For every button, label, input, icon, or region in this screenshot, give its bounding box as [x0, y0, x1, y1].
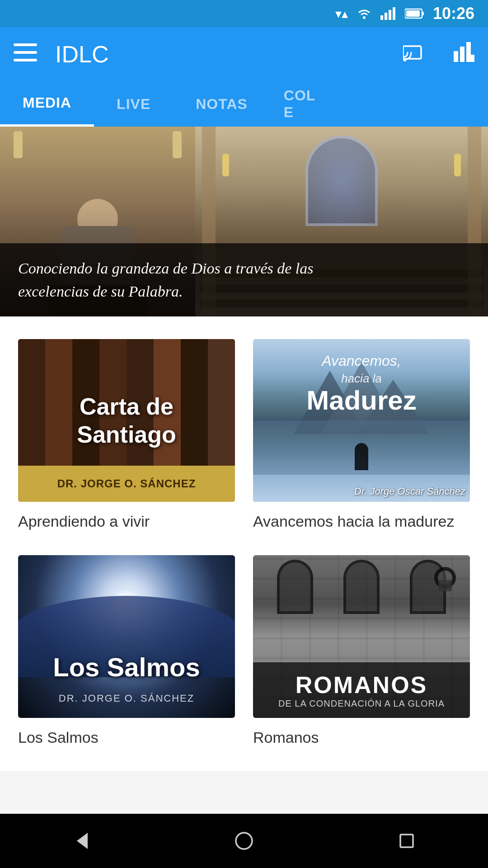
- tab-live[interactable]: LIVE: [94, 81, 173, 127]
- signal-icon: [380, 7, 397, 20]
- tab-media[interactable]: MEDIA: [0, 81, 94, 127]
- home-button[interactable]: [217, 823, 271, 859]
- back-button[interactable]: [54, 823, 108, 859]
- santiago-author: DR. JORGE O. SÁNCHEZ: [18, 466, 235, 502]
- media-thumbnail-santiago: Carta deSantiago DR. JORGE O. SÁNCHEZ: [18, 339, 235, 502]
- svg-rect-4: [393, 7, 395, 20]
- media-label-santiago: Aprendiendo a vivir: [18, 511, 235, 533]
- svg-rect-6: [422, 12, 424, 15]
- media-card-salmos[interactable]: Los Salmos DR. JORGE O. SÁNCHEZ Los Salm…: [18, 555, 235, 749]
- chart-icon[interactable]: [454, 42, 474, 66]
- svg-rect-10: [14, 59, 37, 61]
- media-label-salmos: Los Salmos: [18, 727, 235, 749]
- media-grid: Carta deSantiago DR. JORGE O. SÁNCHEZ Ap…: [18, 339, 470, 748]
- svg-rect-21: [438, 580, 452, 591]
- svg-rect-1: [380, 15, 383, 20]
- svg-point-23: [236, 833, 252, 849]
- romanos-card-title: ROMANOS: [262, 671, 461, 698]
- svg-rect-7: [406, 10, 420, 17]
- media-card-madurez[interactable]: Avancemos, hacia la Madurez Dr. Jorge Os…: [253, 339, 470, 533]
- media-label-madurez: Avancemos hacia la madurez: [253, 511, 470, 533]
- app-bar: IDLC: [0, 27, 488, 81]
- status-bar: ▾▴ 10:26: [0, 0, 488, 27]
- svg-rect-16: [470, 55, 474, 62]
- tab-notas-label: NOTAS: [196, 96, 248, 113]
- hero-caption-text: Conociendo la grandeza de Dios a través …: [18, 257, 470, 303]
- santiago-card-title: Carta deSantiago: [29, 392, 224, 449]
- wifi-icon: ▾▴: [335, 6, 348, 21]
- media-label-romanos: Romanos: [253, 727, 470, 749]
- media-thumbnail-salmos: Los Salmos DR. JORGE O. SÁNCHEZ: [18, 555, 235, 718]
- wifi-icon: [356, 7, 372, 20]
- content-area: Carta deSantiago DR. JORGE O. SÁNCHEZ Ap…: [0, 316, 488, 771]
- tab-col-label: COLE: [284, 87, 316, 121]
- romanos-bottom: ROMANOS DE LA CONDENACIÓN A LA GLORIA: [253, 662, 470, 718]
- svg-rect-8: [14, 43, 37, 46]
- cast-icon[interactable]: [403, 42, 427, 66]
- salmos-author: DR. JORGE O. SÁNCHEZ: [59, 693, 194, 704]
- svg-rect-24: [400, 835, 413, 847]
- tab-bar: MEDIA LIVE NOTAS COLE: [0, 81, 488, 127]
- hamburger-menu-icon[interactable]: [14, 43, 37, 65]
- media-card-romanos[interactable]: ROMANOS DE LA CONDENACIÓN A LA GLORIA Ro…: [253, 555, 470, 749]
- app-title: IDLC: [55, 41, 385, 68]
- salmos-card-title: Los Salmos: [29, 653, 224, 682]
- svg-rect-13: [454, 51, 458, 62]
- madurez-author: Dr. Jorge Oscar Sánchez: [354, 486, 465, 497]
- recents-button[interactable]: [380, 823, 434, 859]
- madurez-figure: [355, 443, 368, 470]
- hero-banner: Conociendo la grandeza de Dios a través …: [0, 127, 488, 316]
- nav-bar: [0, 814, 488, 868]
- madurez-card-title: Avancemos, hacia la Madurez: [264, 353, 459, 415]
- svg-rect-2: [385, 13, 387, 20]
- tab-notas[interactable]: NOTAS: [173, 81, 270, 127]
- status-time: 10:26: [433, 4, 474, 23]
- media-thumbnail-madurez: Avancemos, hacia la Madurez Dr. Jorge Os…: [253, 339, 470, 502]
- battery-icon: [405, 8, 425, 19]
- media-card-santiago[interactable]: Carta deSantiago DR. JORGE O. SÁNCHEZ Ap…: [18, 339, 235, 533]
- svg-rect-14: [460, 47, 465, 62]
- svg-rect-9: [14, 51, 37, 54]
- tab-live-label: LIVE: [117, 96, 150, 113]
- svg-rect-3: [389, 10, 391, 20]
- hero-caption: Conociendo la grandeza de Dios a través …: [0, 243, 488, 316]
- svg-point-0: [363, 16, 366, 19]
- media-thumbnail-romanos: ROMANOS DE LA CONDENACIÓN A LA GLORIA: [253, 555, 470, 718]
- tab-media-label: MEDIA: [23, 94, 71, 111]
- svg-point-12: [404, 59, 406, 61]
- romanos-subtitle: DE LA CONDENACIÓN A LA GLORIA: [262, 698, 461, 709]
- tab-col[interactable]: COLE: [270, 81, 329, 127]
- svg-marker-22: [77, 833, 88, 849]
